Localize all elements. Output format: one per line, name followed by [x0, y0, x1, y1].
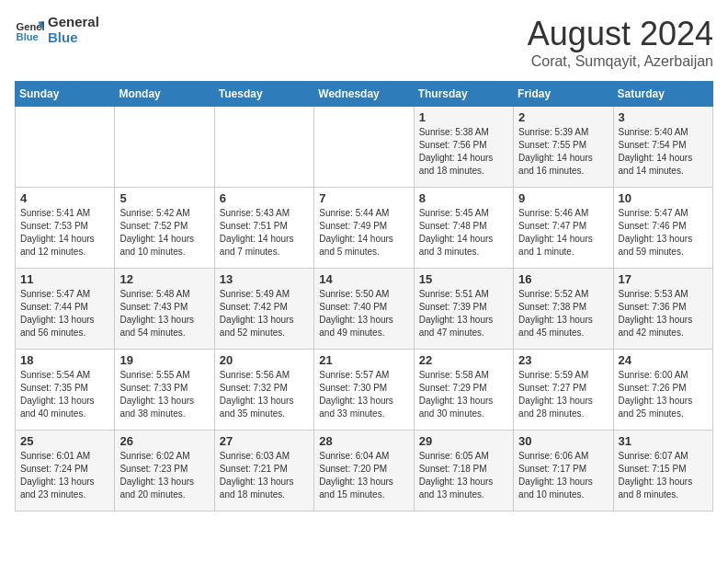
calendar-cell: 8Sunrise: 5:45 AM Sunset: 7:48 PM Daylig… — [414, 188, 513, 269]
day-number: 12 — [119, 272, 209, 286]
day-info: Sunrise: 6:03 AM Sunset: 7:21 PM Dayligh… — [220, 450, 309, 501]
day-number: 14 — [319, 272, 408, 286]
day-number: 26 — [119, 434, 209, 448]
day-info: Sunrise: 6:05 AM Sunset: 7:18 PM Dayligh… — [419, 450, 508, 501]
calendar-cell: 17Sunrise: 5:53 AM Sunset: 7:36 PM Dayli… — [613, 269, 712, 350]
day-number: 3 — [619, 110, 708, 124]
calendar-cell: 10Sunrise: 5:47 AM Sunset: 7:46 PM Dayli… — [613, 188, 712, 269]
logo-icon: General Blue — [15, 16, 44, 45]
calendar-cell: 18Sunrise: 5:54 AM Sunset: 7:35 PM Dayli… — [16, 350, 115, 431]
day-header-wednesday: Wednesday — [314, 82, 414, 107]
calendar-cell: 13Sunrise: 5:49 AM Sunset: 7:42 PM Dayli… — [214, 269, 313, 350]
day-header-friday: Friday — [514, 82, 613, 107]
day-header-saturday: Saturday — [613, 82, 712, 107]
day-info: Sunrise: 5:49 AM Sunset: 7:42 PM Dayligh… — [220, 288, 309, 339]
day-header-thursday: Thursday — [414, 82, 513, 107]
page-header: General Blue General Blue August 2024 Co… — [15, 15, 713, 70]
location-subtitle: Corat, Sumqayit, Azerbaijan — [528, 53, 713, 70]
day-info: Sunrise: 5:58 AM Sunset: 7:29 PM Dayligh… — [419, 369, 508, 420]
day-header-monday: Monday — [115, 82, 214, 107]
week-row-4: 18Sunrise: 5:54 AM Sunset: 7:35 PM Dayli… — [16, 350, 713, 431]
day-info: Sunrise: 5:42 AM Sunset: 7:52 PM Dayligh… — [119, 207, 209, 259]
day-info: Sunrise: 5:52 AM Sunset: 7:38 PM Dayligh… — [518, 288, 608, 339]
day-number: 1 — [419, 110, 508, 124]
day-number: 28 — [319, 434, 408, 448]
day-number: 20 — [220, 353, 309, 367]
calendar-cell: 5Sunrise: 5:42 AM Sunset: 7:52 PM Daylig… — [115, 188, 214, 269]
day-info: Sunrise: 5:41 AM Sunset: 7:53 PM Dayligh… — [20, 207, 109, 259]
day-info: Sunrise: 6:06 AM Sunset: 7:17 PM Dayligh… — [518, 450, 608, 501]
day-number: 9 — [518, 191, 608, 205]
calendar-cell: 23Sunrise: 5:59 AM Sunset: 7:27 PM Dayli… — [514, 350, 613, 431]
day-info: Sunrise: 5:46 AM Sunset: 7:47 PM Dayligh… — [518, 207, 608, 259]
day-info: Sunrise: 6:00 AM Sunset: 7:26 PM Dayligh… — [619, 369, 708, 420]
logo: General Blue General Blue — [15, 15, 99, 45]
day-number: 8 — [419, 191, 508, 205]
day-info: Sunrise: 5:38 AM Sunset: 7:56 PM Dayligh… — [419, 126, 508, 178]
calendar-cell: 30Sunrise: 6:06 AM Sunset: 7:17 PM Dayli… — [514, 431, 613, 511]
day-number: 4 — [20, 191, 109, 205]
day-header-tuesday: Tuesday — [214, 82, 313, 107]
day-info: Sunrise: 5:39 AM Sunset: 7:55 PM Dayligh… — [518, 126, 608, 178]
svg-text:Blue: Blue — [17, 31, 39, 42]
week-row-2: 4Sunrise: 5:41 AM Sunset: 7:53 PM Daylig… — [16, 188, 713, 269]
day-number: 19 — [119, 353, 209, 367]
day-info: Sunrise: 6:04 AM Sunset: 7:20 PM Dayligh… — [319, 450, 408, 501]
calendar-cell — [16, 107, 115, 188]
day-number: 18 — [20, 353, 109, 367]
calendar-cell — [314, 107, 414, 188]
day-info: Sunrise: 5:47 AM Sunset: 7:46 PM Dayligh… — [619, 207, 708, 259]
logo-line2: Blue — [48, 30, 99, 46]
day-info: Sunrise: 5:54 AM Sunset: 7:35 PM Dayligh… — [20, 369, 109, 420]
header-row: SundayMondayTuesdayWednesdayThursdayFrid… — [16, 82, 713, 107]
calendar-cell: 20Sunrise: 5:56 AM Sunset: 7:32 PM Dayli… — [214, 350, 313, 431]
day-number: 24 — [619, 353, 708, 367]
day-number: 5 — [119, 191, 209, 205]
week-row-1: 1Sunrise: 5:38 AM Sunset: 7:56 PM Daylig… — [16, 107, 713, 188]
day-info: Sunrise: 5:59 AM Sunset: 7:27 PM Dayligh… — [518, 369, 608, 420]
day-info: Sunrise: 6:01 AM Sunset: 7:24 PM Dayligh… — [20, 450, 109, 501]
day-info: Sunrise: 5:57 AM Sunset: 7:30 PM Dayligh… — [319, 369, 408, 420]
day-number: 30 — [518, 434, 608, 448]
month-title: August 2024 — [528, 15, 713, 53]
week-row-3: 11Sunrise: 5:47 AM Sunset: 7:44 PM Dayli… — [16, 269, 713, 350]
calendar-cell: 15Sunrise: 5:51 AM Sunset: 7:39 PM Dayli… — [414, 269, 513, 350]
day-number: 22 — [419, 353, 508, 367]
day-number: 21 — [319, 353, 408, 367]
day-info: Sunrise: 5:45 AM Sunset: 7:48 PM Dayligh… — [419, 207, 508, 259]
calendar-cell: 4Sunrise: 5:41 AM Sunset: 7:53 PM Daylig… — [16, 188, 115, 269]
day-number: 16 — [518, 272, 608, 286]
calendar-cell: 28Sunrise: 6:04 AM Sunset: 7:20 PM Dayli… — [314, 431, 414, 511]
day-number: 29 — [419, 434, 508, 448]
calendar-cell: 3Sunrise: 5:40 AM Sunset: 7:54 PM Daylig… — [613, 107, 712, 188]
calendar-cell: 27Sunrise: 6:03 AM Sunset: 7:21 PM Dayli… — [214, 431, 313, 511]
calendar-cell: 19Sunrise: 5:55 AM Sunset: 7:33 PM Dayli… — [115, 350, 214, 431]
calendar-cell: 16Sunrise: 5:52 AM Sunset: 7:38 PM Dayli… — [514, 269, 613, 350]
calendar-cell: 29Sunrise: 6:05 AM Sunset: 7:18 PM Dayli… — [414, 431, 513, 511]
calendar-cell: 24Sunrise: 6:00 AM Sunset: 7:26 PM Dayli… — [613, 350, 712, 431]
calendar-cell — [214, 107, 313, 188]
title-block: August 2024 Corat, Sumqayit, Azerbaijan — [528, 15, 713, 70]
day-info: Sunrise: 5:51 AM Sunset: 7:39 PM Dayligh… — [419, 288, 508, 339]
calendar-body: 1Sunrise: 5:38 AM Sunset: 7:56 PM Daylig… — [16, 107, 713, 511]
day-info: Sunrise: 5:50 AM Sunset: 7:40 PM Dayligh… — [319, 288, 408, 339]
calendar-cell: 25Sunrise: 6:01 AM Sunset: 7:24 PM Dayli… — [16, 431, 115, 511]
day-info: Sunrise: 6:02 AM Sunset: 7:23 PM Dayligh… — [119, 450, 209, 501]
day-number: 17 — [619, 272, 708, 286]
day-number: 11 — [20, 272, 109, 286]
day-info: Sunrise: 5:40 AM Sunset: 7:54 PM Dayligh… — [619, 126, 708, 178]
logo-line1: General — [48, 15, 99, 30]
calendar-cell: 31Sunrise: 6:07 AM Sunset: 7:15 PM Dayli… — [613, 431, 712, 511]
calendar-table: SundayMondayTuesdayWednesdayThursdayFrid… — [15, 81, 713, 511]
day-info: Sunrise: 5:47 AM Sunset: 7:44 PM Dayligh… — [20, 288, 109, 339]
calendar-cell: 6Sunrise: 5:43 AM Sunset: 7:51 PM Daylig… — [214, 188, 313, 269]
calendar-cell: 26Sunrise: 6:02 AM Sunset: 7:23 PM Dayli… — [115, 431, 214, 511]
calendar-cell: 22Sunrise: 5:58 AM Sunset: 7:29 PM Dayli… — [414, 350, 513, 431]
day-info: Sunrise: 5:55 AM Sunset: 7:33 PM Dayligh… — [119, 369, 209, 420]
week-row-5: 25Sunrise: 6:01 AM Sunset: 7:24 PM Dayli… — [16, 431, 713, 511]
calendar-cell: 2Sunrise: 5:39 AM Sunset: 7:55 PM Daylig… — [514, 107, 613, 188]
calendar-cell: 11Sunrise: 5:47 AM Sunset: 7:44 PM Dayli… — [16, 269, 115, 350]
calendar-cell: 7Sunrise: 5:44 AM Sunset: 7:49 PM Daylig… — [314, 188, 414, 269]
day-number: 10 — [619, 191, 708, 205]
day-info: Sunrise: 5:44 AM Sunset: 7:49 PM Dayligh… — [319, 207, 408, 259]
